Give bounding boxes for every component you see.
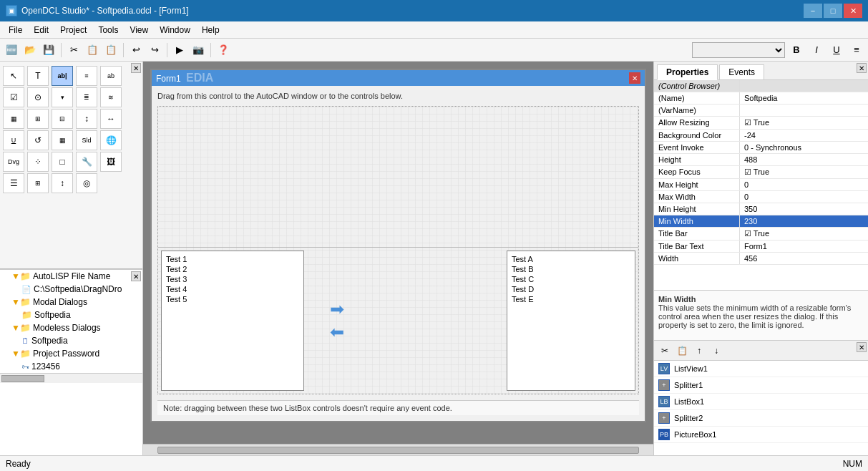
tree-item-password-val[interactable]: 🗝 123456 (0, 360, 142, 373)
comp-copy-btn[interactable]: 📋 (674, 343, 690, 359)
props-row-varname[interactable]: (VarName) (654, 105, 868, 117)
tool-grid3[interactable]: ▦ (52, 130, 73, 150)
tool-splitter[interactable]: ↕ (52, 173, 73, 193)
arrow-left-btn[interactable]: ⬅ (330, 324, 344, 341)
comp-up-btn[interactable]: ↑ (691, 343, 707, 359)
prop-value-allow-resizing[interactable]: ☑ True (740, 117, 868, 129)
comp-panel-close-btn[interactable]: ✕ (857, 342, 867, 352)
toolbar-copy[interactable]: 📋 (84, 42, 101, 59)
minimize-button[interactable]: − (804, 4, 822, 18)
props-row-name[interactable]: (Name) Softpedia (654, 92, 868, 105)
prop-value-varname[interactable] (740, 105, 868, 116)
prop-value-height[interactable]: 488 (740, 154, 868, 165)
prop-value-min-width[interactable]: 230 (740, 215, 868, 227)
list-left-item-3[interactable]: Test 3 (165, 274, 301, 284)
props-row-keep-focus[interactable]: Keep Focus ☑ True (654, 166, 868, 179)
list-left-item-1[interactable]: Test 1 (165, 254, 301, 264)
tool-button[interactable]: □ (52, 152, 73, 172)
props-row-allow-resizing[interactable]: Allow Resizing ☑ True (654, 117, 868, 130)
list-left-item-5[interactable]: Test 5 (165, 294, 301, 304)
toolbar-paste[interactable]: 📋 (102, 42, 120, 59)
tab-events[interactable]: Events (719, 64, 764, 79)
tool-circle[interactable]: ◎ (76, 173, 97, 193)
arrow-right-btn[interactable]: ➡ (330, 301, 344, 318)
list-right-item-4[interactable]: Test D (510, 284, 632, 294)
menu-project[interactable]: Project (54, 24, 92, 37)
tree-item-autolisp[interactable]: ▼📁 AutoLISP File Name (0, 270, 142, 283)
props-row-min-height[interactable]: Min Height 350 (654, 203, 868, 215)
toolbox-close-btn[interactable]: ✕ (131, 63, 141, 73)
toolbar-run[interactable]: ▶ (171, 42, 188, 59)
tool-grid2[interactable]: ⊞ (27, 109, 49, 129)
comp-item-splitter1[interactable]: + Splitter1 (654, 377, 868, 394)
toolbar-help[interactable]: ❓ (215, 42, 232, 59)
tree-scrollbar[interactable] (0, 373, 142, 383)
tool-radio[interactable]: ⊙ (27, 87, 49, 107)
comp-down-btn[interactable]: ↓ (708, 343, 724, 359)
tree-item-modal-softpedia[interactable]: 📁 Softpedia (0, 309, 142, 321)
toolbar-italic[interactable]: I (808, 42, 825, 59)
tool-combo[interactable]: ▾ (52, 87, 73, 107)
menu-file[interactable]: File (3, 24, 28, 37)
close-button[interactable]: ✕ (844, 4, 862, 18)
prop-value-width[interactable]: 456 (740, 253, 868, 264)
picture-box-area[interactable] (158, 107, 638, 248)
list-right-item-5[interactable]: Test E (510, 294, 632, 304)
tool-resize[interactable]: ↕ (76, 109, 97, 129)
tool-pointer[interactable]: ↖ (3, 66, 24, 86)
props-row-title-bar[interactable]: Title Bar ☑ True (654, 228, 868, 241)
menu-window[interactable]: Window (154, 24, 196, 37)
props-row-event-invoke[interactable]: Event Invoke 0 - Synchronous (654, 142, 868, 154)
toolbar-undo[interactable]: ↩ (127, 42, 145, 59)
tool-table[interactable]: ⊟ (52, 109, 73, 129)
tool-grid[interactable]: ▦ (3, 109, 24, 129)
prop-value-max-height[interactable]: 0 (740, 179, 868, 190)
tool-edit[interactable]: ab| (52, 66, 73, 86)
props-row-min-width[interactable]: Min Width 230 (654, 215, 868, 228)
toolbar-save[interactable]: 💾 (40, 42, 57, 59)
comp-item-listview1[interactable]: LV ListView1 (654, 361, 868, 377)
tree-item-modeless-softpedia[interactable]: 🗒 Softpedia (0, 334, 142, 347)
tool-slider[interactable]: Sld (76, 130, 97, 150)
tool-web[interactable]: 🌐 (100, 130, 122, 150)
toolbar-redo[interactable]: ↪ (146, 42, 163, 59)
prop-value-event-invoke[interactable]: 0 - Synchronous (740, 142, 868, 153)
canvas-scroll-thumb[interactable] (157, 447, 639, 454)
comp-item-listbox1[interactable]: LB ListBox1 (654, 394, 868, 410)
prop-value-keep-focus[interactable]: ☑ True (740, 166, 868, 178)
tool-label[interactable]: ab (100, 66, 122, 86)
canvas-scrollbar[interactable] (143, 444, 653, 455)
list-right-item-3[interactable]: Test C (510, 274, 632, 284)
toolbar-screenshot[interactable]: 📷 (190, 42, 207, 59)
menu-view[interactable]: View (124, 24, 154, 37)
comp-item-splitter2[interactable]: + Splitter2 (654, 410, 868, 427)
props-row-max-height[interactable]: Max Height 0 (654, 179, 868, 191)
prop-value-title-bar-text[interactable]: Form1 (740, 241, 868, 252)
menu-tools[interactable]: Tools (92, 24, 124, 37)
list-left-item-2[interactable]: Test 2 (165, 264, 301, 274)
list-left-item-4[interactable]: Test 4 (165, 284, 301, 294)
toolbar-open[interactable]: 📂 (21, 42, 39, 59)
tool-underline[interactable]: U (3, 130, 24, 150)
tree-item-modeless[interactable]: ▼📁 Modeless Dialogs (0, 321, 142, 334)
tab-properties[interactable]: Properties (657, 64, 718, 80)
comp-cut-btn[interactable]: ✂ (657, 343, 673, 359)
tool-wrench[interactable]: 🔧 (76, 152, 97, 172)
comp-item-picturebox1[interactable]: PB PictureBox1 (654, 427, 868, 443)
tree-item-autolisp-file[interactable]: 📄 C:\Softpedia\DragNDro (0, 283, 142, 296)
tool-resize2[interactable]: ↔ (100, 109, 122, 129)
props-panel-close-btn[interactable]: ✕ (857, 63, 867, 73)
tool-rotate[interactable]: ↺ (27, 130, 49, 150)
toolbar-combo[interactable] (692, 42, 785, 58)
tool-list[interactable]: ≡ (76, 66, 97, 86)
tool-dots[interactable]: ⁘ (27, 152, 49, 172)
listbox-left[interactable]: Test 1 Test 2 Test 3 Test 4 Test 5 (161, 251, 304, 391)
toolbar-cut[interactable]: ✂ (65, 42, 82, 59)
tree-item-password[interactable]: ▼📁 Project Password (0, 347, 142, 360)
prop-value-min-height[interactable]: 350 (740, 203, 868, 215)
toolbar-underline[interactable]: U (828, 42, 845, 59)
tool-text[interactable]: T (27, 66, 49, 86)
props-row-width[interactable]: Width 456 (654, 253, 868, 265)
toolbar-bold[interactable]: B (788, 42, 805, 59)
tool-menu2[interactable]: ☰ (3, 173, 24, 193)
